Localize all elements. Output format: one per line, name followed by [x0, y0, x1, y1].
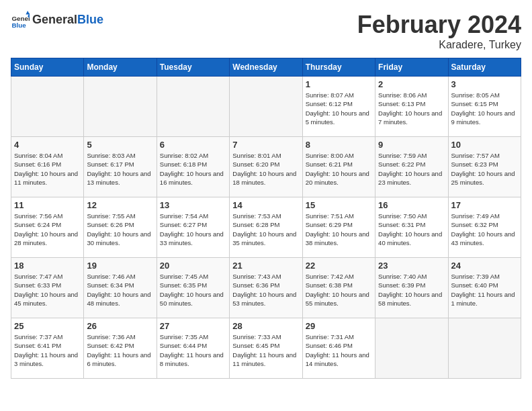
daylight-label: Daylight: 11 hours and 3 minutes.: [14, 351, 78, 367]
sunrise-label: Sunrise: 8:07 AM: [306, 91, 354, 99]
day-number: 22: [306, 261, 372, 271]
calendar-cell: [11, 77, 84, 137]
day-info: Sunrise: 7:40 AM Sunset: 6:39 PM Dayligh…: [378, 272, 445, 308]
calendar-cell: 18 Sunrise: 7:47 AM Sunset: 6:33 PM Dayl…: [11, 258, 84, 318]
sunrise-label: Sunrise: 8:05 AM: [451, 91, 500, 99]
day-number: 14: [232, 200, 299, 210]
sunset-label: Sunset: 6:31 PM: [378, 221, 425, 228]
sunrise-label: Sunrise: 7:45 AM: [160, 273, 208, 280]
sunset-label: Sunset: 6:40 PM: [451, 281, 498, 289]
day-info: Sunrise: 7:42 AM Sunset: 6:38 PM Dayligh…: [306, 272, 372, 308]
day-info: Sunrise: 8:03 AM Sunset: 6:17 PM Dayligh…: [87, 151, 153, 187]
sunrise-label: Sunrise: 7:31 AM: [306, 333, 354, 340]
day-info: Sunrise: 7:43 AM Sunset: 6:36 PM Dayligh…: [232, 272, 299, 308]
sunset-label: Sunset: 6:22 PM: [378, 161, 425, 168]
daylight-label: Daylight: 10 hours and 53 minutes.: [232, 291, 296, 307]
day-info: Sunrise: 8:07 AM Sunset: 6:12 PM Dayligh…: [306, 91, 372, 126]
sunset-label: Sunset: 6:34 PM: [87, 281, 134, 289]
day-info: Sunrise: 7:56 AM Sunset: 6:24 PM Dayligh…: [14, 212, 81, 247]
day-info: Sunrise: 7:50 AM Sunset: 6:31 PM Dayligh…: [378, 212, 445, 247]
calendar-cell: 2 Sunrise: 8:06 AM Sunset: 6:13 PM Dayli…: [375, 77, 448, 137]
sunrise-label: Sunrise: 7:50 AM: [378, 212, 427, 220]
weekday-header-saturday: Saturday: [448, 58, 521, 77]
calendar-cell: 13 Sunrise: 7:54 AM Sunset: 6:27 PM Dayl…: [157, 197, 229, 258]
calendar-cell: 21 Sunrise: 7:43 AM Sunset: 6:36 PM Dayl…: [230, 258, 302, 318]
sunset-label: Sunset: 6:42 PM: [87, 342, 134, 349]
sunset-label: Sunset: 6:28 PM: [232, 221, 279, 228]
day-info: Sunrise: 7:36 AM Sunset: 6:42 PM Dayligh…: [87, 332, 153, 368]
calendar-week-row: 4 Sunrise: 8:04 AM Sunset: 6:16 PM Dayli…: [11, 137, 521, 197]
daylight-label: Daylight: 11 hours and 6 minutes.: [87, 351, 150, 367]
day-number: 9: [378, 140, 445, 150]
calendar-cell: 19 Sunrise: 7:46 AM Sunset: 6:34 PM Dayl…: [84, 258, 157, 318]
day-number: 10: [451, 140, 518, 150]
sunset-label: Sunset: 6:12 PM: [306, 100, 353, 107]
daylight-label: Daylight: 10 hours and 35 minutes.: [232, 230, 296, 246]
daylight-label: Daylight: 10 hours and 13 minutes.: [87, 170, 150, 186]
calendar-cell: 11 Sunrise: 7:56 AM Sunset: 6:24 PM Dayl…: [11, 197, 84, 258]
daylight-label: Daylight: 10 hours and 23 minutes.: [378, 170, 442, 186]
daylight-label: Daylight: 11 hours and 14 minutes.: [306, 351, 369, 367]
day-info: Sunrise: 7:51 AM Sunset: 6:29 PM Dayligh…: [306, 212, 372, 247]
sunset-label: Sunset: 6:32 PM: [451, 221, 498, 228]
daylight-label: Daylight: 10 hours and 28 minutes.: [14, 230, 78, 246]
day-number: 13: [160, 200, 226, 210]
daylight-label: Daylight: 10 hours and 40 minutes.: [378, 230, 442, 246]
sunrise-label: Sunrise: 7:33 AM: [232, 333, 281, 340]
day-number: 29: [306, 321, 372, 331]
sunrise-label: Sunrise: 7:37 AM: [14, 333, 62, 340]
sunset-label: Sunset: 6:41 PM: [14, 342, 61, 349]
sunset-label: Sunset: 6:27 PM: [160, 221, 207, 228]
day-number: 28: [232, 321, 299, 331]
sunrise-label: Sunrise: 7:36 AM: [87, 333, 135, 340]
calendar-cell: 6 Sunrise: 8:02 AM Sunset: 6:18 PM Dayli…: [157, 137, 229, 197]
logo: General Blue GeneralBlue: [11, 11, 103, 30]
day-info: Sunrise: 7:49 AM Sunset: 6:32 PM Dayligh…: [451, 212, 518, 247]
daylight-label: Daylight: 11 hours and 8 minutes.: [160, 351, 224, 367]
sunrise-label: Sunrise: 7:46 AM: [87, 273, 135, 280]
day-number: 2: [378, 79, 445, 89]
calendar-table: SundayMondayTuesdayWednesdayThursdayFrid…: [11, 58, 521, 379]
calendar-cell: 25 Sunrise: 7:37 AM Sunset: 6:41 PM Dayl…: [11, 318, 84, 379]
day-number: 17: [451, 200, 518, 210]
day-number: 7: [232, 140, 299, 150]
sunrise-label: Sunrise: 7:59 AM: [378, 152, 427, 159]
calendar-cell: 22 Sunrise: 7:42 AM Sunset: 6:38 PM Dayl…: [302, 258, 375, 318]
sunrise-label: Sunrise: 7:35 AM: [160, 333, 208, 340]
sunrise-label: Sunrise: 8:06 AM: [378, 91, 427, 99]
logo-general: General: [32, 13, 77, 26]
day-info: Sunrise: 8:02 AM Sunset: 6:18 PM Dayligh…: [160, 151, 226, 187]
daylight-label: Daylight: 10 hours and 9 minutes.: [451, 109, 515, 126]
day-number: 26: [87, 321, 153, 331]
calendar-week-row: 11 Sunrise: 7:56 AM Sunset: 6:24 PM Dayl…: [11, 197, 521, 258]
sunrise-label: Sunrise: 7:42 AM: [306, 273, 354, 280]
calendar-cell: 5 Sunrise: 8:03 AM Sunset: 6:17 PM Dayli…: [84, 137, 157, 197]
sunset-label: Sunset: 6:26 PM: [87, 221, 134, 228]
weekday-header-thursday: Thursday: [302, 58, 375, 77]
day-number: 23: [378, 261, 445, 271]
day-number: 12: [87, 200, 153, 210]
weekday-header-wednesday: Wednesday: [230, 58, 302, 77]
sunrise-label: Sunrise: 7:43 AM: [232, 273, 281, 280]
day-info: Sunrise: 7:46 AM Sunset: 6:34 PM Dayligh…: [87, 272, 153, 308]
day-info: Sunrise: 8:05 AM Sunset: 6:15 PM Dayligh…: [451, 91, 518, 126]
sunset-label: Sunset: 6:18 PM: [160, 161, 207, 168]
sunset-label: Sunset: 6:16 PM: [14, 161, 61, 168]
calendar-cell: 24 Sunrise: 7:39 AM Sunset: 6:40 PM Dayl…: [448, 258, 521, 318]
weekday-header-sunday: Sunday: [11, 58, 84, 77]
calendar-cell: 20 Sunrise: 7:45 AM Sunset: 6:35 PM Dayl…: [157, 258, 229, 318]
day-number: 18: [14, 261, 81, 271]
day-number: 5: [87, 140, 153, 150]
day-number: 16: [378, 200, 445, 210]
daylight-label: Daylight: 10 hours and 33 minutes.: [160, 230, 224, 246]
calendar-cell: 23 Sunrise: 7:40 AM Sunset: 6:39 PM Dayl…: [375, 258, 448, 318]
sunset-label: Sunset: 6:29 PM: [306, 221, 353, 228]
sunset-label: Sunset: 6:39 PM: [378, 281, 425, 289]
calendar-week-row: 18 Sunrise: 7:47 AM Sunset: 6:33 PM Dayl…: [11, 258, 521, 318]
sunrise-label: Sunrise: 7:47 AM: [14, 273, 62, 280]
sunrise-label: Sunrise: 7:55 AM: [87, 212, 135, 220]
calendar-cell: 26 Sunrise: 7:36 AM Sunset: 6:42 PM Dayl…: [84, 318, 157, 379]
day-info: Sunrise: 8:01 AM Sunset: 6:20 PM Dayligh…: [232, 151, 299, 187]
weekday-header-monday: Monday: [84, 58, 157, 77]
daylight-label: Daylight: 10 hours and 18 minutes.: [232, 170, 296, 186]
